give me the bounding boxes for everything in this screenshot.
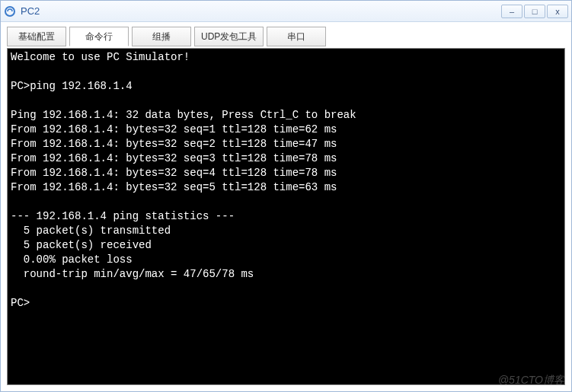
terminal[interactable]: Welcome to use PC Simulator! PC>ping 192… [7, 48, 565, 385]
tabbar: 基础配置 命令行 组播 UDP发包工具 串口 [1, 22, 571, 46]
terminal-line: Welcome to use PC Simulator! [11, 51, 190, 63]
tab-basic-config[interactable]: 基础配置 [7, 27, 66, 46]
terminal-line: 0.00% packet loss [11, 253, 133, 266]
tab-multicast[interactable]: 组播 [132, 27, 191, 46]
tab-udp-tool[interactable]: UDP发包工具 [194, 27, 264, 46]
close-button[interactable]: x [547, 5, 568, 18]
maximize-button[interactable]: □ [524, 5, 545, 18]
window-title: PC2 [21, 5, 501, 17]
terminal-line: --- 192.168.1.4 ping statistics --- [11, 210, 235, 222]
terminal-line: From 192.168.1.4: bytes=32 seq=2 ttl=128… [11, 138, 337, 150]
app-icon [4, 5, 16, 18]
tab-command-line[interactable]: 命令行 [69, 27, 129, 46]
minimize-button[interactable]: – [501, 5, 522, 18]
app-window: PC2 – □ x 基础配置 命令行 组播 UDP发包工具 串口 Welcome… [0, 0, 572, 392]
terminal-line: From 192.168.1.4: bytes=32 seq=5 ttl=128… [11, 181, 337, 193]
terminal-line: round-trip min/avg/max = 47/65/78 ms [11, 268, 254, 280]
terminal-line: Ping 192.168.1.4: 32 data bytes, Press C… [11, 109, 356, 121]
terminal-line: From 192.168.1.4: bytes=32 seq=4 ttl=128… [11, 167, 337, 179]
titlebar[interactable]: PC2 – □ x [1, 1, 571, 22]
window-controls: – □ x [501, 5, 568, 18]
terminal-line: From 192.168.1.4: bytes=32 seq=1 ttl=128… [11, 123, 337, 135]
svg-point-0 [5, 7, 14, 16]
terminal-line: From 192.168.1.4: bytes=32 seq=3 ttl=128… [11, 152, 337, 164]
terminal-line: 5 packet(s) received [11, 239, 152, 251]
tab-serial[interactable]: 串口 [267, 27, 326, 46]
terminal-prompt: PC> [11, 297, 30, 309]
terminal-line: PC>ping 192.168.1.4 [11, 80, 133, 92]
terminal-line: 5 packet(s) transmitted [11, 225, 171, 237]
